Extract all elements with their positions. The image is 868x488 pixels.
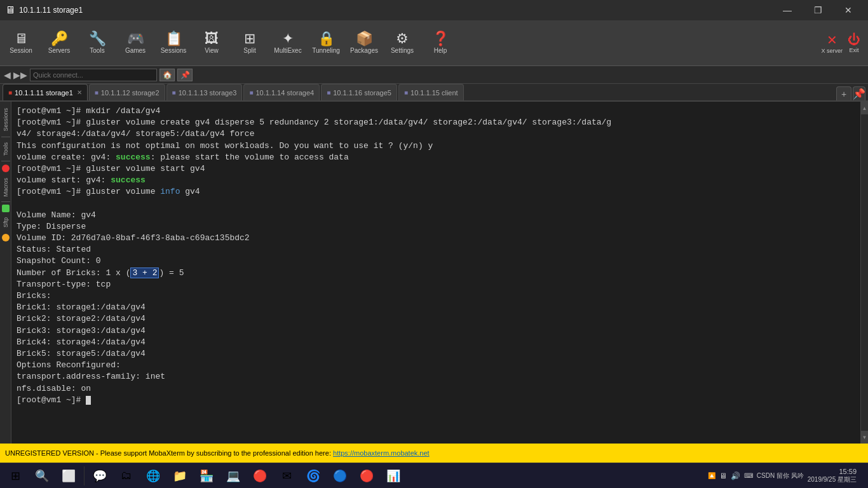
search-button[interactable]: 🔍 bbox=[29, 463, 55, 489]
nav-back-icon[interactable]: ◀ bbox=[4, 70, 11, 80]
close-button[interactable]: ✕ bbox=[834, 0, 863, 20]
toolbar-packages[interactable]: 📦 Packages bbox=[346, 23, 383, 64]
toolbar-games[interactable]: 🎮 Games bbox=[117, 23, 154, 64]
tab-storage5[interactable]: ■ 10.1.1.16 storage5 bbox=[321, 84, 397, 100]
sidebar-sftp-label[interactable]: Sftp bbox=[3, 214, 9, 231]
sidebar-sftp-icon bbox=[2, 205, 10, 212]
toolbar-sessions[interactable]: 📋 Sessions bbox=[155, 23, 192, 64]
toolbar-multiexec[interactable]: ✦ MultiExec bbox=[269, 23, 306, 64]
quickconnect-input[interactable] bbox=[30, 69, 157, 81]
term-line: Brick1: storage1:/data/gv4 bbox=[17, 302, 855, 313]
tools-label: Tools bbox=[90, 47, 104, 54]
tab-storage2[interactable]: ■ 10.1.1.12 storage2 bbox=[89, 84, 165, 100]
statusbar: UNREGISTERED VERSION - Please support Mo… bbox=[0, 444, 868, 463]
sidebar-tools-label[interactable]: Tools bbox=[3, 139, 9, 159]
tab-storage4[interactable]: ■ 10.1.1.14 storage4 bbox=[243, 84, 320, 100]
term-line: [root@vm1 ~]# gluster volume info gv4 bbox=[17, 186, 855, 198]
term-line: volume start: gv4: success bbox=[17, 175, 855, 186]
toolbar-tools[interactable]: 🔧 Tools bbox=[79, 23, 116, 64]
sidebar-sessions-label[interactable]: Sessions bbox=[3, 104, 9, 135]
taskbar-icon-vpn[interactable]: 🔴 bbox=[354, 463, 379, 489]
taskbar-icon-files[interactable]: 🗂 bbox=[114, 463, 139, 489]
toolbar-servers[interactable]: 🔑 Servers bbox=[41, 23, 78, 64]
tab-options-button[interactable]: 📌 bbox=[853, 86, 865, 100]
tab-add-button[interactable]: + bbox=[836, 86, 851, 100]
tab5-icon: ■ bbox=[327, 89, 330, 96]
term-line: Transport-type: tcp bbox=[17, 279, 855, 290]
taskbar-volume-icon[interactable]: 🔊 bbox=[731, 471, 740, 480]
tab-storage3[interactable]: ■ 10.1.1.13 storage3 bbox=[166, 84, 243, 100]
quickconnect-home-btn[interactable]: 🏠 bbox=[159, 69, 175, 81]
term-line: Type: Disperse bbox=[17, 221, 855, 233]
exit-label: Exit bbox=[849, 47, 858, 53]
view-label: View bbox=[205, 47, 219, 54]
term-line: Brick3: storage3:/data/gv4 bbox=[17, 325, 855, 337]
sidebar-dot bbox=[2, 234, 10, 241]
taskbar-icon-mobaxterm[interactable]: 💻 bbox=[220, 463, 246, 489]
toolbar-tunneling[interactable]: 🔒 Tunneling bbox=[308, 23, 344, 64]
term-line: Options Reconfigured: bbox=[17, 360, 855, 371]
term-line: v4/ storage4:/data/gv4/ storage5:/data/g… bbox=[17, 128, 855, 140]
taskbar-icon-db[interactable]: 📊 bbox=[381, 463, 406, 489]
sidebar-macros-label[interactable]: Macros bbox=[3, 174, 9, 201]
taskbar-icon-folder[interactable]: 📁 bbox=[167, 463, 193, 489]
terminal[interactable]: [root@vm1 ~]# mkdir /data/gv4 [root@vm1 … bbox=[11, 102, 860, 444]
tab1-close[interactable]: ✕ bbox=[77, 89, 82, 96]
scrollbar[interactable]: ▲ ▼ bbox=[860, 102, 868, 444]
toolbar-help[interactable]: ❓ Help bbox=[422, 23, 459, 64]
tab2-label: 10.1.1.12 storage2 bbox=[101, 89, 159, 97]
help-label: Help bbox=[434, 47, 447, 54]
statusbar-text: UNREGISTERED VERSION - Please support Mo… bbox=[5, 449, 331, 457]
scroll-down-button[interactable]: ▼ bbox=[861, 431, 868, 444]
taskbar-chevron-up[interactable]: 🔼 bbox=[708, 472, 715, 479]
taskbar-clock[interactable]: 15:59 2019/9/25 星期三 bbox=[808, 468, 857, 484]
taskbar-icon-edge[interactable]: 🌐 bbox=[140, 463, 166, 489]
taskbar-icon-chat[interactable]: 💬 bbox=[87, 463, 112, 489]
scroll-up-button[interactable]: ▲ bbox=[861, 102, 868, 114]
term-line: Status: Started bbox=[17, 244, 855, 255]
start-button[interactable]: ⊞ bbox=[3, 463, 28, 489]
xserver-button[interactable]: ✕ X server bbox=[821, 32, 843, 54]
tab4-label: 10.1.1.14 storage4 bbox=[255, 89, 314, 97]
maximize-button[interactable]: ❐ bbox=[803, 0, 832, 20]
statusbar-link[interactable]: https://mobaxterm.mobatek.net bbox=[333, 449, 430, 457]
taskbar-icon-store[interactable]: 🏪 bbox=[194, 463, 219, 489]
app-icon: 🖥 bbox=[5, 4, 15, 16]
taskbar-icon-mail[interactable]: ✉ bbox=[274, 463, 299, 489]
term-line: [root@vm1 ~]# gluster volume create gv4 … bbox=[17, 117, 855, 128]
taskbar-keyboard-icon[interactable]: ⌨ bbox=[744, 472, 753, 479]
servers-label: Servers bbox=[48, 47, 70, 54]
toolbar-session[interactable]: 🖥 Session bbox=[3, 23, 39, 64]
term-line: Volume Name: gv4 bbox=[17, 210, 855, 221]
settings-icon: ⚙ bbox=[396, 32, 409, 46]
term-bricks-count: Number of Bricks: 1 x (3 + 2) = 5 bbox=[17, 268, 855, 279]
tab-client[interactable]: ■ 10.1.1.15 client bbox=[398, 84, 464, 100]
games-label: Games bbox=[125, 47, 146, 54]
term-line: Brick4: storage4:/data/gv4 bbox=[17, 337, 855, 348]
tab1-label: 10.1.1.11 storage1 bbox=[15, 89, 73, 97]
quickconnect-pin-btn[interactable]: 📌 bbox=[177, 69, 193, 81]
tab-storage1[interactable]: ■ 10.1.1.11 storage1 ✕ bbox=[3, 84, 88, 100]
exit-button[interactable]: ⏻ Exit bbox=[848, 32, 860, 53]
sidebar-indicator bbox=[2, 165, 10, 172]
exit-icon: ⏻ bbox=[848, 32, 860, 47]
tab1-icon: ■ bbox=[8, 89, 12, 96]
taskbar-notifications-text: CSDN 留你 风吟 bbox=[757, 471, 804, 480]
taskbar-date: 2019/9/25 星期三 bbox=[808, 475, 857, 484]
taskbar-network-icon[interactable]: 🖥 bbox=[719, 471, 727, 480]
minimize-button[interactable]: — bbox=[773, 0, 802, 20]
term-line: This configuration is not optimal on mos… bbox=[17, 140, 855, 152]
taskbar-show-desktop[interactable] bbox=[860, 466, 865, 485]
toolbar-view[interactable]: 🖼 View bbox=[193, 23, 230, 64]
taskbar-icon-red[interactable]: 🔴 bbox=[247, 463, 273, 489]
toolbar-split[interactable]: ⊞ Split bbox=[231, 23, 268, 64]
packages-label: Packages bbox=[350, 47, 378, 54]
term-line: [root@vm1 ~]# gluster volume start gv4 bbox=[17, 163, 855, 175]
taskbar-icon-curl[interactable]: 🌀 bbox=[301, 463, 326, 489]
term-line: Volume ID: 2d76d7a0-8baf-46f3-8aba-c69ac… bbox=[17, 233, 855, 244]
task-view-button[interactable]: ⬜ bbox=[56, 463, 81, 489]
nav-forward-icon[interactable]: ▶▶ bbox=[13, 70, 27, 80]
settings-label: Settings bbox=[391, 47, 414, 54]
toolbar-settings[interactable]: ⚙ Settings bbox=[384, 23, 421, 64]
taskbar-icon-blue[interactable]: 🔵 bbox=[327, 463, 353, 489]
